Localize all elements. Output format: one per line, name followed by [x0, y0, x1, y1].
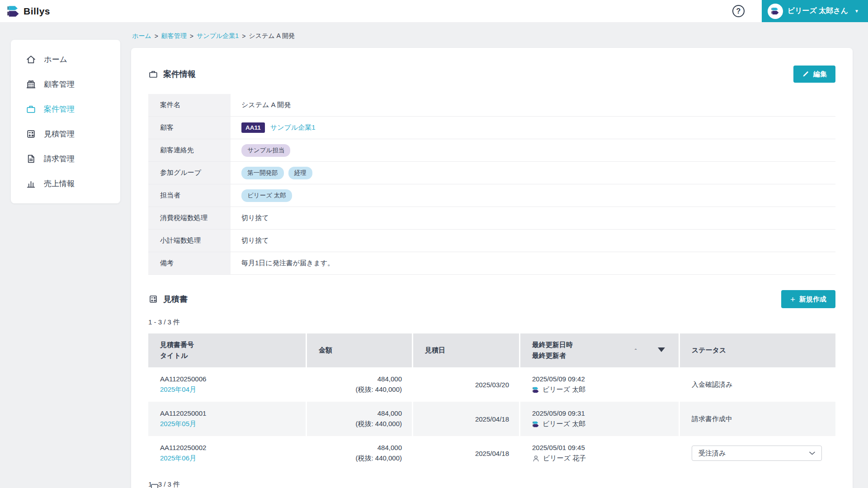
sidebar-item-label: 売上情報 [44, 178, 75, 189]
info-row-name: 案件名 システム A 開発 [148, 94, 835, 117]
brand-logo[interactable]: Billys [0, 5, 50, 18]
breadcrumb-home[interactable]: ホーム [132, 32, 151, 40]
column-header-number-title: 見積書番号 タイトル [148, 333, 306, 367]
user-name: ビリーズ 太郎さん [788, 6, 848, 16]
edit-button[interactable]: 編集 [793, 66, 835, 83]
sidebar-item-sales[interactable]: 売上情報 [11, 171, 120, 196]
briefcase-icon [148, 69, 158, 79]
info-label: 消費税端数処理 [148, 207, 231, 229]
tax-rounding-value: 切り捨て [241, 214, 269, 222]
plus-icon: + [790, 295, 795, 304]
building-icon [26, 79, 36, 89]
amount: 484,000 [377, 375, 402, 383]
estimate-row-cell-updated: 2025/05/09 09:42 ビリーズ 太郎 [520, 367, 679, 402]
breadcrumb-separator: > [155, 33, 158, 40]
column-label: 見積書番号 [160, 341, 306, 349]
result-count-top: 1 - 3 / 3 件 [148, 318, 835, 327]
amount-excl-tax: (税抜: 440,000) [355, 454, 402, 463]
column-header-updated[interactable]: 最終更新日時 最終更新者 [520, 333, 679, 367]
help-icon[interactable]: ? [732, 5, 745, 17]
billys-logo-icon [6, 5, 20, 18]
estimate-number: AA1120250002 [160, 444, 306, 451]
estimate-date: 2025/04/18 [475, 415, 509, 423]
updated-by: ビリーズ 太郎 [542, 385, 585, 394]
estimate-row-cell-date: 2025/03/20 [413, 367, 519, 402]
sidebar-item-invoices[interactable]: 請求管理 [11, 146, 120, 171]
breadcrumb-customer[interactable]: サンプル企業1 [197, 32, 239, 40]
home-icon [26, 54, 36, 65]
avatar [768, 4, 783, 19]
estimate-title-link[interactable]: 2025年04月 [160, 385, 306, 394]
caret-down-icon: ▼ [854, 9, 859, 14]
sidebar-item-home[interactable]: ホーム [11, 47, 120, 72]
sort-desc-icon[interactable] [658, 347, 665, 352]
estimate-row-cell-date: 2025/04/18 [413, 402, 519, 436]
estimates-section-header: 見積書 + 新規作成 [148, 290, 835, 308]
amount: 484,000 [377, 444, 402, 451]
estimate-row-cell-status: 入金確認済み [680, 367, 835, 402]
updated-at: 2025/05/09 09:31 [532, 409, 679, 417]
estimate-number: AA1120250001 [160, 409, 306, 417]
info-label: 参加グループ [148, 162, 231, 184]
group-pill: 第一開発部 [241, 167, 284, 179]
user-menu[interactable]: ビリーズ 太郎さん ▼ [762, 0, 868, 22]
estimate-row-cell-amount: 484,000 (税抜: 440,000) [307, 436, 412, 470]
project-name-value: システム A 開発 [241, 101, 291, 109]
create-estimate-button[interactable]: + 新規作成 [781, 290, 835, 308]
amount-excl-tax: (税抜: 440,000) [355, 385, 402, 394]
breadcrumb-customers[interactable]: 顧客管理 [161, 32, 187, 40]
column-label: タイトル [160, 352, 306, 360]
estimate-date: 2025/03/20 [475, 381, 509, 389]
chevron-down-icon [809, 451, 815, 455]
sidebar-item-label: ホーム [44, 54, 67, 65]
amount-excl-tax: (税抜: 440,000) [355, 420, 402, 428]
info-label: 備考 [148, 252, 231, 274]
info-label: 小計端数処理 [148, 230, 231, 252]
column-label: 見積日 [425, 346, 519, 355]
project-info-table: 案件名 システム A 開発 顧客 AA11 サンプル企業1 顧客連絡先 サンプル… [148, 94, 835, 275]
column-label: 最終更新者 [532, 352, 679, 360]
sidebar-item-projects[interactable]: 案件管理 [11, 97, 120, 122]
customer-code-badge: AA11 [241, 122, 265, 133]
contact-pill: サンプル担当 [241, 144, 290, 157]
create-button-label: 新規作成 [799, 295, 826, 304]
estimate-row-cell-number: AA1120250002 2025年06月 [148, 436, 306, 470]
pencil-icon [802, 70, 809, 78]
info-label: 顧客 [148, 117, 231, 139]
calculator-icon [26, 129, 36, 139]
breadcrumb-current: システム A 開発 [249, 32, 295, 40]
estimates-table: 見積書番号 タイトル 金額 見積日 最終更新日時 最終更新者 ステータス AA1… [148, 333, 835, 470]
project-section-header: 案件情報 編集 [148, 65, 835, 83]
billys-avatar-icon [532, 386, 539, 394]
status-text: 入金確認済み [692, 380, 835, 389]
calculator-icon [148, 294, 158, 304]
status-select-value: 受注済み [698, 449, 726, 458]
estimate-row-cell-amount: 484,000 (税抜: 440,000) [307, 402, 412, 436]
estimate-row-cell-updated: 2025/05/09 09:31 ビリーズ 太郎 [520, 402, 679, 436]
next-section-icon-partial [151, 484, 158, 488]
customer-link[interactable]: サンプル企業1 [270, 123, 316, 132]
amount: 484,000 [377, 409, 402, 417]
info-row-customer: 顧客 AA11 サンプル企業1 [148, 117, 835, 139]
sidebar-item-label: 顧客管理 [44, 79, 75, 89]
info-label: 案件名 [148, 94, 231, 116]
sidebar-item-customers[interactable]: 顧客管理 [11, 72, 120, 97]
sidebar-item-estimates[interactable]: 見積管理 [11, 122, 120, 146]
edit-button-label: 編集 [813, 70, 827, 79]
estimate-title-link[interactable]: 2025年05月 [160, 420, 306, 428]
estimate-number: AA1120250006 [160, 375, 306, 383]
status-select[interactable]: 受注済み [692, 446, 822, 461]
status-text: 請求書作成中 [692, 415, 835, 423]
sidebar-nav: ホーム 顧客管理 案件管理 見積管理 [11, 40, 120, 203]
estimate-row-cell-amount: 484,000 (税抜: 440,000) [307, 367, 412, 402]
column-header-date: 見積日 [413, 333, 519, 367]
column-label: 金額 [319, 346, 412, 355]
info-row-contact: 顧客連絡先 サンプル担当 [148, 139, 835, 162]
estimate-row-cell-date: 2025/04/18 [413, 436, 519, 470]
breadcrumb-separator: > [242, 33, 245, 40]
estimate-title-link[interactable]: 2025年06月 [160, 454, 306, 463]
sidebar-item-label: 案件管理 [44, 104, 75, 114]
column-header-status: ステータス [680, 333, 835, 367]
person-avatar-icon [532, 455, 540, 462]
info-label: 担当者 [148, 184, 231, 206]
